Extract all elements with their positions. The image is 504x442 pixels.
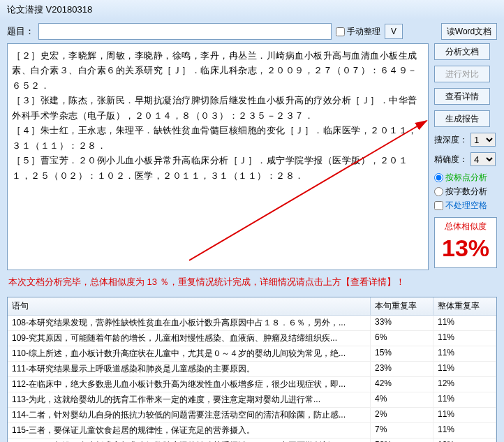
manual-sort-check[interactable] (336, 27, 345, 36)
compare-button[interactable]: 进行对比 (434, 66, 490, 82)
table-row[interactable]: 113-为此，这就给婴幼儿的抚育工作带来一定的难度，要注意定期对婴幼儿进行常..… (8, 392, 496, 408)
cell-rate1: 23% (371, 362, 433, 376)
collapse-button[interactable]: V (385, 24, 403, 39)
table-row[interactable]: 116-［１］郝娥．血小板升高与非小细胞肺癌远处转移关系探讨［Ｊ］．中国医学创新… (8, 439, 496, 442)
cell-sentence: 110-综上所述，血小板计数升高症状在儿童中，尤其是０～４岁的婴幼儿间较为常见，… (8, 346, 371, 361)
table-row[interactable]: 110-综上所述，血小板计数升高症状在儿童中，尤其是０～４岁的婴幼儿间较为常见，… (8, 346, 496, 362)
manual-sort-checkbox[interactable]: 手动整理 (336, 26, 380, 38)
ref-line: ［３］张建，陈杰，张新民．早期抗凝治疗脾切除后继发性血小板升高的疗效分析［Ｊ］．… (12, 93, 424, 123)
top-bar: 题目： 手动整理 V 读Word文档 (0, 20, 504, 43)
window-titlebar: 论文潜搜 V20180318 (0, 0, 504, 20)
cell-sentence: 111-本研究结果显示上呼吸道感染和肺炎是儿童感染的主要原因。 (8, 362, 371, 376)
table-header: 语句 本句重复率 整体重复率 (8, 297, 496, 316)
ref-line: ［４］朱士红，王永志，朱理平．缺铁性贫血骨髓巨核细胞的变化［Ｊ］．临床医学，２０… (12, 123, 424, 153)
table-row[interactable]: 111-本研究结果显示上呼吸道感染和肺炎是儿童感染的主要原因。23%11% (8, 362, 496, 377)
check-nospace[interactable]: 不处理空格 (434, 200, 497, 212)
detail-button[interactable]: 查看详情 (434, 88, 490, 105)
cell-rate2: 11% (433, 392, 496, 407)
cell-sentence: 114-二者，针对婴幼儿自身的抵抗力较低的问题需要注意活动空间的清洁和除菌，防止… (8, 408, 371, 422)
read-word-button[interactable]: 读Word文档 (441, 23, 497, 40)
cell-rate1: 7% (371, 423, 433, 438)
cell-rate1: 4% (371, 392, 433, 407)
cell-rate2: 11% (433, 362, 496, 376)
cell-rate2: 11% (433, 331, 496, 346)
cell-rate1: 6% (371, 331, 433, 346)
status-message: 本次文档分析完毕，总体相似度为 13 ％，重复情况统计完成，详细情况请点击上方【… (7, 270, 429, 291)
analyze-button[interactable]: 分析文档 (434, 43, 490, 60)
similarity-value: 13% (436, 233, 495, 263)
precision-label: 精确度： (434, 154, 468, 165)
cell-rate2: 11% (433, 408, 496, 422)
table-row[interactable]: 112-在临床中，绝大多数患儿血小板计数升高为继发性血小板增多症，很少出现症状，… (8, 377, 496, 392)
depth-select[interactable]: 1 (470, 133, 496, 147)
title-label: 题目： (7, 25, 34, 38)
table-row[interactable]: 109-究其原因，可能随着年龄的增长，儿童相对慢性感染、血液病、肿瘤及结缔组织疾… (8, 331, 496, 346)
cell-sentence: 113-为此，这就给婴幼儿的抚育工作带来一定的难度，要注意定期对婴幼儿进行常..… (8, 392, 371, 407)
table-row[interactable]: 115-三者，要保证儿童饮食起居的规律性，保证充足的营养摄入。7%11% (8, 423, 496, 439)
cell-rate2: 11% (433, 423, 496, 438)
similarity-label: 总体相似度 (436, 221, 495, 233)
table-row[interactable]: 114-二者，针对婴幼儿自身的抵抗力较低的问题需要注意活动空间的清洁和除菌，防止… (8, 408, 496, 423)
results-table: 语句 本句重复率 整体重复率 108-本研究结果发现，营养性缺铁性贫血在血小板计… (7, 297, 497, 442)
radio-punct[interactable]: 按标点分析 (434, 172, 497, 184)
ref-line: ［５］曹宝芳．２０例小儿血小板异常升高临床分析［Ｊ］．咸宁学院学报（医学版），２… (12, 153, 424, 183)
precision-select[interactable]: 4 (470, 152, 496, 166)
ref-line: ［２］史宏，李晓辉，周敏，李晓静，徐鸣，李丹，冉丛兰．川崎病血小板升高与血清血小… (12, 48, 424, 93)
cell-rate2: 12% (433, 439, 496, 442)
cell-rate2: 12% (433, 377, 496, 392)
depth-label: 搜深度： (434, 134, 468, 146)
table-body: 108-本研究结果发现，营养性缺铁性贫血在血小板计数升高原因中占１８．６％，另外… (8, 316, 496, 442)
cell-rate2: 11% (433, 316, 496, 330)
cell-sentence: 108-本研究结果发现，营养性缺铁性贫血在血小板计数升高原因中占１８．６％，另外… (8, 316, 371, 330)
cell-rate1: 42% (371, 377, 433, 392)
cell-sentence: 115-三者，要保证儿童饮食起居的规律性，保证充足的营养摄入。 (8, 423, 371, 438)
radio-chars[interactable]: 按字数分析 (434, 186, 497, 198)
cell-sentence: 112-在临床中，绝大多数患儿血小板计数升高为继发性血小板增多症，很少出现症状，… (8, 377, 371, 392)
title-input[interactable] (38, 23, 332, 40)
col-sentence[interactable]: 语句 (8, 297, 371, 315)
col-overall-rate[interactable]: 整体重复率 (433, 297, 496, 315)
cell-rate2: 11% (433, 346, 496, 361)
cell-rate1: 58% (371, 439, 433, 442)
cell-sentence: 109-究其原因，可能随着年龄的增长，儿童相对慢性感染、血液病、肿瘤及结缔组织疾… (8, 331, 371, 346)
cell-rate1: 33% (371, 316, 433, 330)
col-sentence-rate[interactable]: 本句重复率 (371, 297, 433, 315)
side-panel: 分析文档 进行对比 查看详情 生成报告 搜深度： 1 精确度： 4 按标点分析 … (434, 43, 497, 291)
cell-rate1: 2% (371, 408, 433, 422)
cell-sentence: 116-［１］郝娥．血小板升高与非小细胞肺癌远处转移关系探讨［Ｊ］．中国医学创新… (8, 439, 371, 442)
window-title: 论文潜搜 V20180318 (7, 4, 92, 15)
cell-rate1: 15% (371, 346, 433, 361)
report-button[interactable]: 生成报告 (434, 110, 490, 127)
table-row[interactable]: 108-本研究结果发现，营养性缺铁性贫血在血小板计数升高原因中占１８．６％，另外… (8, 316, 496, 331)
similarity-box: 总体相似度 13% (434, 217, 497, 268)
references-textarea[interactable]: ［２］史宏，李晓辉，周敏，李晓静，徐鸣，李丹，冉丛兰．川崎病血小板升高与血清血小… (7, 43, 429, 270)
